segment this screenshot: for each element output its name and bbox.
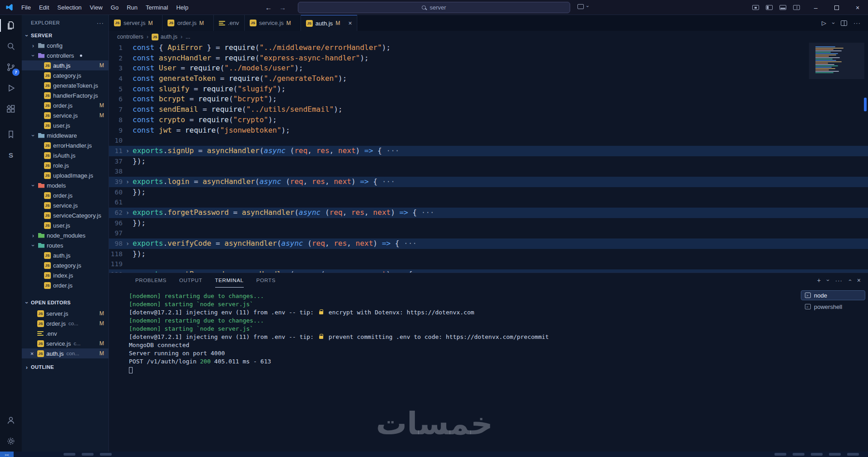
tree-folder-middleware[interactable]: ›middleware bbox=[22, 130, 108, 140]
source-control-activity-button[interactable]: 7 bbox=[0, 57, 22, 78]
extensions-activity-button[interactable] bbox=[0, 99, 22, 119]
forward-button[interactable]: → bbox=[279, 4, 286, 11]
tree-file-uploadimage-js[interactable]: JSuploadImage.js bbox=[22, 170, 108, 180]
tree-file-service-js[interactable]: JSservice.jsM bbox=[22, 110, 108, 120]
close-panel-button[interactable]: × bbox=[857, 277, 861, 284]
tree-file-servicecategory-js[interactable]: JSserviceCategory.js bbox=[22, 210, 108, 220]
tree-file-role-js[interactable]: JSrole.js bbox=[22, 160, 108, 170]
status-item[interactable] bbox=[847, 453, 859, 456]
status-item[interactable] bbox=[100, 453, 112, 456]
tree-folder-models[interactable]: ›models bbox=[22, 180, 108, 190]
tree-folder-config[interactable]: ›config bbox=[22, 40, 108, 50]
status-item[interactable] bbox=[793, 453, 804, 456]
panel-tab-ports[interactable]: PORTS bbox=[256, 273, 276, 288]
close-icon[interactable]: × bbox=[29, 350, 35, 357]
status-item[interactable] bbox=[64, 453, 75, 456]
maximize-panel-button[interactable]: › bbox=[847, 279, 853, 281]
menu-file[interactable]: File bbox=[17, 0, 35, 15]
terminal-profile-chevron-icon[interactable]: › bbox=[825, 279, 831, 281]
toggle-secondary-sidebar-icon[interactable] bbox=[793, 5, 800, 10]
fold-icon[interactable]: › bbox=[123, 146, 133, 156]
split-editor-button[interactable] bbox=[841, 20, 847, 26]
status-item[interactable] bbox=[829, 453, 841, 456]
search-activity-button[interactable] bbox=[0, 36, 22, 57]
panel-more-actions-button[interactable]: ··· bbox=[835, 277, 843, 284]
breadcrumb-item[interactable]: controllers bbox=[117, 34, 143, 40]
tree-file-auth-js[interactable]: JSauth.js bbox=[22, 250, 108, 260]
status-item[interactable] bbox=[82, 453, 94, 456]
open-editor-auth-js[interactable]: ×JSauth.jscon...M bbox=[22, 348, 108, 358]
terminal-list-item-powershell[interactable]: powershell bbox=[801, 302, 865, 312]
menu-view[interactable]: View bbox=[86, 0, 107, 15]
status-item[interactable] bbox=[774, 453, 786, 456]
run-code-button[interactable]: ▷ bbox=[822, 20, 826, 26]
layout-dropdown[interactable]: › bbox=[577, 4, 591, 9]
fold-icon[interactable]: › bbox=[123, 177, 133, 187]
terminal-output[interactable]: [nodemon] restarting due to changes...[n… bbox=[109, 288, 801, 452]
bookmarks-activity-button[interactable] bbox=[0, 124, 22, 145]
tree-file-order-js[interactable]: JSorder.jsM bbox=[22, 100, 108, 110]
maximize-button[interactable] bbox=[826, 0, 847, 15]
tree-file-isauth-js[interactable]: JSisAuth.js bbox=[22, 150, 108, 160]
fold-icon[interactable]: › bbox=[123, 208, 133, 218]
fold-icon[interactable]: › bbox=[123, 238, 133, 249]
breadcrumb-item[interactable]: JSauth.js bbox=[152, 34, 178, 40]
tree-file-handlerfactory-js[interactable]: JShandlerFactory.js bbox=[22, 90, 108, 100]
minimize-button[interactable]: – bbox=[805, 0, 826, 15]
section-header-server[interactable]: › SERVER bbox=[22, 30, 108, 40]
tree-file-user-js[interactable]: JSuser.js bbox=[22, 120, 108, 130]
open-editor-server-js[interactable]: JSserver.jsM bbox=[22, 308, 108, 318]
settings-button[interactable] bbox=[0, 431, 22, 452]
panel-tab-terminal[interactable]: TERMINAL bbox=[215, 273, 244, 288]
breadcrumb-item[interactable]: ... bbox=[186, 34, 190, 40]
panel-tab-output[interactable]: OUTPUT bbox=[179, 273, 202, 288]
open-editor-env[interactable]: .env bbox=[22, 328, 108, 338]
tree-file-category-js[interactable]: JScategory.js bbox=[22, 260, 108, 270]
close-tab-icon[interactable]: × bbox=[348, 20, 352, 27]
tree-file-category-js[interactable]: JScategory.js bbox=[22, 70, 108, 80]
explorer-activity-button[interactable] bbox=[0, 15, 22, 36]
tree-folder-controllers[interactable]: ›controllers bbox=[22, 50, 108, 60]
menu-selection[interactable]: Selection bbox=[53, 0, 85, 15]
tree-file-generatetoken-js[interactable]: JSgenerateToken.js bbox=[22, 80, 108, 90]
tab-server-js[interactable]: JSserver.jsM bbox=[109, 15, 163, 31]
tab-env[interactable]: .env bbox=[214, 15, 245, 31]
new-terminal-button[interactable]: + bbox=[817, 277, 821, 284]
remote-indicator[interactable]: >< bbox=[0, 452, 14, 457]
toggle-panel-icon[interactable] bbox=[779, 5, 786, 10]
open-editor-order-js[interactable]: JSorder.jsco...M bbox=[22, 318, 108, 328]
command-center-search[interactable]: server bbox=[298, 2, 570, 13]
back-button[interactable]: ← bbox=[265, 4, 272, 11]
close-window-button[interactable]: × bbox=[847, 0, 868, 15]
code-editor[interactable]: 1const { ApiError } = require("../middle… bbox=[109, 43, 868, 273]
minimap[interactable] bbox=[814, 45, 861, 75]
customize-layout-icon[interactable] bbox=[752, 5, 759, 10]
tree-folder-node-modules[interactable]: ›node_modules bbox=[22, 230, 108, 240]
open-editor-service-js[interactable]: JSservice.jsc...M bbox=[22, 338, 108, 348]
tree-file-service-js[interactable]: JSservice.js bbox=[22, 200, 108, 210]
scrollbar-thumb[interactable] bbox=[864, 98, 867, 111]
tab-order-js[interactable]: JSorder.jsM bbox=[163, 15, 214, 31]
menu-terminal[interactable]: Terminal bbox=[142, 0, 172, 15]
tree-file-order-js[interactable]: JSorder.js bbox=[22, 280, 108, 290]
account-button[interactable] bbox=[0, 410, 22, 431]
menu-run[interactable]: Run bbox=[123, 0, 142, 15]
s-extension-activity-button[interactable]: S bbox=[0, 145, 22, 166]
menu-help[interactable]: Help bbox=[172, 0, 192, 15]
section-header-open-editors[interactable]: › OPEN EDITORS bbox=[22, 298, 108, 308]
tree-file-order-js[interactable]: JSorder.js bbox=[22, 190, 108, 200]
status-item[interactable] bbox=[811, 453, 823, 456]
terminal-list-item-node[interactable]: node bbox=[801, 290, 865, 300]
tree-file-auth-js[interactable]: JSauth.jsM bbox=[22, 60, 108, 70]
toggle-sidebar-icon[interactable] bbox=[766, 5, 773, 10]
fold-icon[interactable]: › bbox=[123, 269, 133, 273]
run-debug-activity-button[interactable] bbox=[0, 78, 22, 99]
panel-tab-problems[interactable]: PROBLEMS bbox=[135, 273, 167, 288]
menu-go[interactable]: Go bbox=[107, 0, 123, 15]
section-header-outline[interactable]: › OUTLINE bbox=[22, 362, 108, 372]
tab-auth-js[interactable]: JSauth.jsM× bbox=[301, 15, 358, 31]
tree-file-errorhandler-js[interactable]: JSerrorHandler.js bbox=[22, 140, 108, 150]
tree-file-user-js[interactable]: JSuser.js bbox=[22, 220, 108, 230]
views-and-more-actions-button[interactable]: ··· bbox=[97, 20, 104, 26]
more-editor-actions-button[interactable]: ··· bbox=[853, 20, 861, 26]
